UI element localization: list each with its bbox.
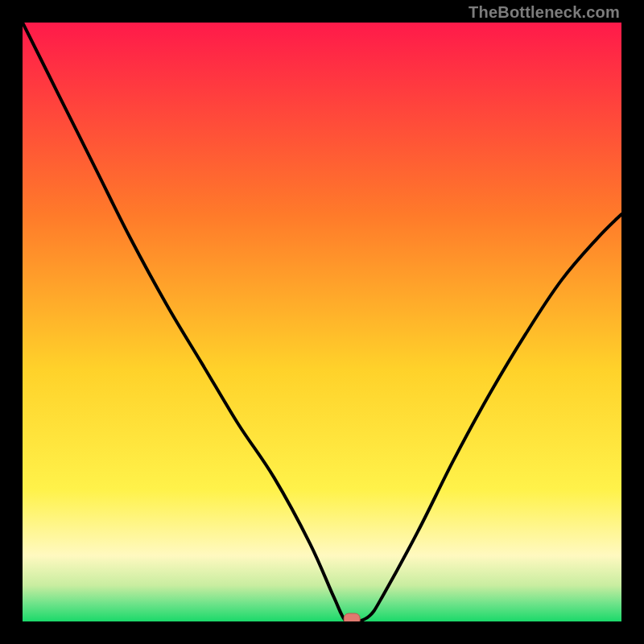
chart-frame: { "watermark": "TheBottleneck.com", "col…: [0, 0, 644, 644]
minimum-marker: [344, 613, 360, 621]
watermark-text: TheBottleneck.com: [469, 3, 620, 22]
bottleneck-curve-path: [23, 23, 621, 621]
curve-layer: [23, 23, 621, 621]
plot-area: [23, 23, 621, 621]
